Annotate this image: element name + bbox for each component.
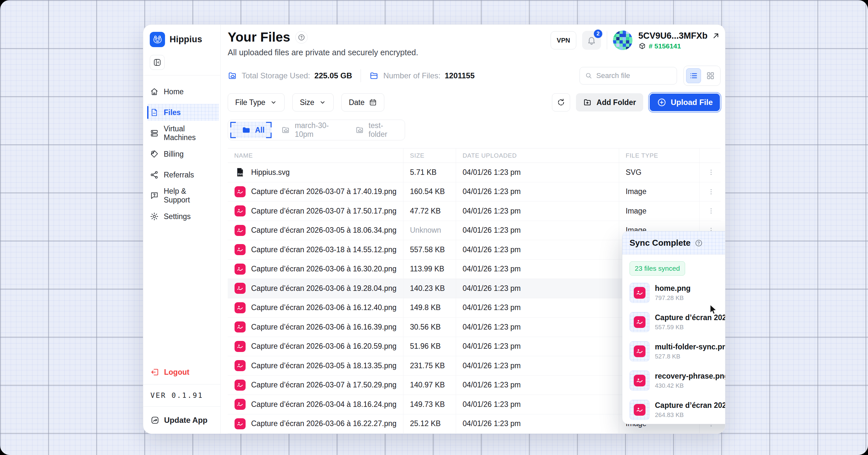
row-menu-button[interactable] (700, 163, 720, 182)
svg-file-icon: SVG (234, 166, 246, 178)
upload-file-label: Upload File (671, 98, 713, 107)
kebab-menu-icon (707, 187, 715, 196)
table-row[interactable]: SVG Hippius.svg 5.71 KB 04/01/26 1:23 pm (228, 163, 720, 182)
folder-cloud-icon (355, 125, 365, 134)
sidebar-item-referrals[interactable]: Referrals (143, 166, 220, 184)
refresh-icon (556, 98, 565, 107)
search-input[interactable] (596, 71, 672, 80)
plus-circle-icon (657, 97, 666, 107)
list-view-button[interactable] (686, 68, 701, 83)
file-name: Capture d’écran 2026-03-06 à 16.16.39.pn… (251, 323, 397, 332)
file-name: Capture d’écran 2026-03-06 à 19.28.04.pn… (251, 284, 397, 293)
home-icon (150, 87, 159, 96)
server-icon (150, 129, 159, 138)
page-help-button[interactable] (295, 31, 308, 43)
image-file-icon (234, 379, 246, 391)
file-name: Capture d’écran 2026-03-06 à 16.30.20.pn… (251, 265, 397, 273)
logout-button[interactable]: Logout (143, 360, 220, 384)
sidebar-item-billing[interactable]: Billing (143, 145, 220, 163)
date-filter[interactable]: Date (341, 93, 384, 112)
notifications-button[interactable]: 2 (582, 31, 601, 50)
sidebar-item-label: Settings (164, 212, 191, 221)
file-name-cell: SVG Capture d’écran 2026-03-04 à 18.16.2… (228, 395, 403, 414)
row-menu-button[interactable] (700, 182, 720, 202)
image-file-icon (234, 418, 246, 430)
update-app-button[interactable]: Update App (143, 406, 220, 433)
file-date-cell: 04/01/26 1:23 pm (456, 337, 619, 356)
sync-panel-body: 23 files synced home.png 797 (622, 255, 725, 424)
row-menu-button[interactable] (700, 433, 720, 434)
synced-file-name: home.png (655, 284, 691, 293)
tab-label: All (255, 126, 265, 134)
row-menu-button[interactable] (700, 202, 720, 221)
file-type-cell: Image (619, 182, 700, 202)
file-size-cell: 47.72 KB (403, 202, 456, 221)
search-file-field[interactable] (580, 67, 677, 85)
file-name: Capture d’écran 2026-03-07 à 17.40.19.pn… (251, 187, 397, 196)
folder-solid-icon (242, 125, 251, 134)
tab-label: march-30-10pm (294, 121, 338, 139)
table-row[interactable]: SVG Capture d’écran 2026-03-07 à 17.40.1… (228, 433, 720, 434)
table-row[interactable]: SVG Capture d’écran 2026-03-07 à 17.40.1… (228, 182, 720, 202)
add-folder-button[interactable]: Add Folder (576, 93, 643, 112)
file-size-cell: 5.71 KB (403, 163, 456, 182)
file-name-cell: SVG Capture d’écran 2026-03-06 à 16.30.2… (228, 260, 403, 279)
image-file-icon (234, 282, 246, 294)
folder-plus-icon (583, 98, 592, 107)
column-header-type: FILE TYPE (619, 149, 700, 162)
tab-all[interactable]: All (230, 122, 272, 138)
file-type-filter[interactable]: File Type (228, 93, 285, 112)
grid-view-button[interactable] (703, 68, 718, 83)
vpn-button[interactable]: VPN (551, 31, 576, 50)
synced-file-item: multi-folder-sync.png 527.8 KB Synced (629, 337, 725, 366)
image-file-icon (234, 341, 246, 352)
file-name: Capture d’écran 2026-03-04 à 18.16.24.pn… (251, 400, 397, 409)
size-filter[interactable]: Size (292, 93, 334, 112)
column-header-size: SIZE (403, 149, 456, 162)
upload-file-button[interactable]: Upload File (649, 93, 720, 112)
account-avatar[interactable] (613, 31, 632, 50)
tab-test-folder[interactable]: test-folder (348, 122, 402, 138)
file-size-cell: 51.96 KB (403, 337, 456, 356)
app-version: VER 0.1.91 (143, 384, 220, 406)
kebab-menu-icon (707, 168, 715, 177)
file-date-cell: 04/01/26 1:23 pm (456, 163, 619, 182)
file-name-cell: SVG Capture d’écran 2026-03-06 à 16.20.5… (228, 337, 403, 356)
size-filter-label: Size (300, 98, 314, 107)
file-size-cell: 160.54 KB (403, 433, 456, 434)
sidebar-item-label: Virtual Machines (164, 124, 214, 142)
file-size-cell: 25.12 KB (403, 414, 456, 433)
external-link-icon[interactable] (711, 31, 720, 40)
image-file-icon (629, 400, 650, 420)
storage-value: 225.05 GB (314, 71, 352, 80)
collapse-sidebar-button[interactable] (150, 55, 165, 70)
tab-march-30-10pm[interactable]: march-30-10pm (274, 122, 345, 138)
sidebar-item-settings[interactable]: Settings (143, 207, 220, 225)
sidebar-item-label: Billing (164, 150, 184, 159)
refresh-button[interactable] (552, 93, 570, 112)
sync-help-icon[interactable] (694, 239, 703, 247)
account-id: 5CV9U6...3MFXb (638, 31, 708, 41)
page-title: Your Files (228, 30, 290, 44)
sidebar-item-help-support[interactable]: Help & Support (143, 187, 220, 205)
logout-label: Logout (164, 368, 189, 377)
mouse-cursor (708, 304, 719, 318)
file-size-cell: 149.8 KB (403, 298, 456, 317)
file-size-cell: 557.58 KB (403, 240, 456, 260)
sidebar-item-label: Files (164, 108, 181, 117)
column-header-date: DATE UPLOADED (456, 149, 619, 162)
sidebar-item-files[interactable]: Files (143, 103, 220, 122)
file-name: Capture d’écran 2026-03-05 à 18.13.35.pn… (251, 361, 397, 370)
notification-badge: 2 (593, 29, 603, 39)
kebab-menu-icon (707, 207, 715, 215)
synced-file-item: home.png 797.28 KB Synced (629, 278, 725, 307)
sidebar-nav: Home Files Virtual Machines Billing Refe… (143, 75, 220, 360)
file-date-cell: 04/01/26 1:23 pm (456, 395, 619, 414)
sidebar-item-home[interactable]: Home (143, 83, 220, 101)
image-file-icon (629, 370, 650, 391)
storage-stats: Total Storage Used: 225.05 GB Number of … (228, 69, 475, 82)
table-row[interactable]: SVG Capture d’écran 2026-03-07 à 17.50.1… (228, 202, 720, 221)
sidebar-item-virtual-machines[interactable]: Virtual Machines (143, 124, 220, 142)
page-subtitle: All uploaded files are private and secur… (228, 48, 418, 57)
file-name: Capture d’écran 2026-03-07 à 17.50.17.pn… (251, 207, 397, 215)
